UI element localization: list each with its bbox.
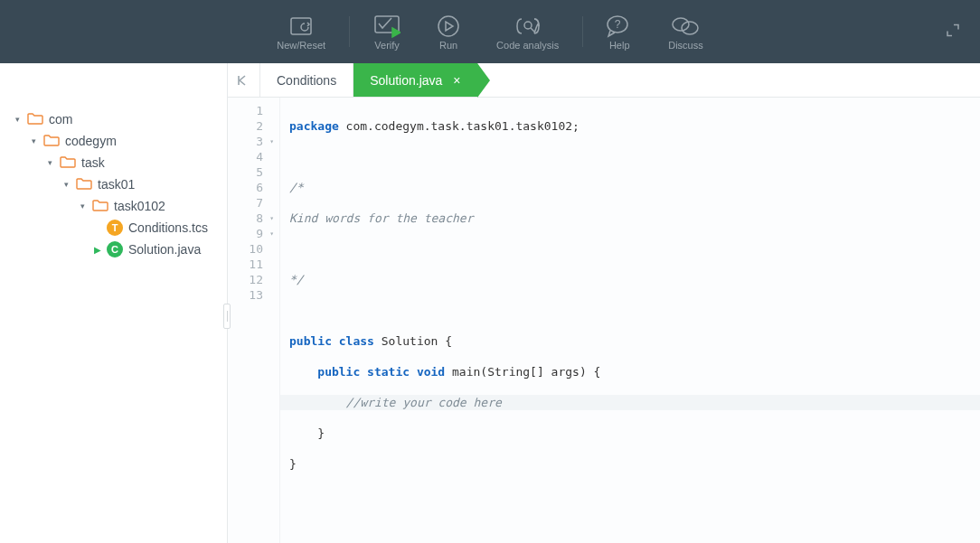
line-number: 12 <box>249 272 263 287</box>
folder-icon <box>27 112 43 127</box>
svg-text:?: ? <box>615 18 621 31</box>
caret-down-icon: ▾ <box>29 136 38 145</box>
svg-marker-4 <box>446 22 453 31</box>
class-badge-icon: C <box>107 241 123 257</box>
code-token: main(String[] args) { <box>445 365 600 379</box>
folder-icon <box>43 134 60 149</box>
toolbar-separator <box>349 16 350 47</box>
folder-icon <box>76 177 92 192</box>
tree-file-conditions[interactable]: T Conditions.tcs <box>5 217 221 239</box>
run-icon <box>437 13 460 40</box>
tree-label: task <box>81 155 105 170</box>
code-analysis-icon <box>514 13 542 40</box>
code-token: public class <box>289 334 374 348</box>
line-number: 4 <box>256 149 263 164</box>
line-number: 11 <box>249 257 263 272</box>
code-analysis-button[interactable]: Code analysis <box>478 0 577 63</box>
toolbar-separator <box>582 16 583 47</box>
tree-folder-codegym[interactable]: ▾ codegym <box>5 130 221 152</box>
discuss-icon <box>672 13 699 40</box>
close-icon[interactable]: × <box>453 74 460 87</box>
editor-area: Conditions Solution.java × 1 2 3▾ 4 5 6 … <box>228 63 980 543</box>
help-label: Help <box>609 40 630 51</box>
caret-down-icon: ▾ <box>13 115 22 124</box>
svg-point-3 <box>438 16 458 36</box>
tree-folder-task0102[interactable]: ▾ task0102 <box>5 195 221 217</box>
tab-conditions[interactable]: Conditions <box>260 63 353 97</box>
line-number: 8 <box>256 211 263 226</box>
code-token: Solution { <box>374 334 452 348</box>
code-token: com.codegym.task.task01.task0102; <box>339 119 580 133</box>
line-number: 2 <box>256 118 263 134</box>
task-badge-icon: T <box>107 220 123 236</box>
new-reset-label: New/Reset <box>277 40 325 51</box>
code-token: //write your code here <box>289 396 502 409</box>
help-icon: ? <box>607 13 632 40</box>
code-token: */ <box>289 273 304 286</box>
tree-label: task01 <box>98 177 135 192</box>
tab-label: Conditions <box>277 73 336 88</box>
line-number: 5 <box>256 164 263 180</box>
fold-icon[interactable]: ▾ <box>267 226 274 241</box>
svg-point-9 <box>682 22 698 34</box>
discuss-label: Discuss <box>668 40 703 51</box>
line-number: 10 <box>249 241 263 257</box>
verify-button[interactable]: Verify <box>355 0 419 63</box>
tree-label: Solution.java <box>128 242 201 257</box>
sidebar-resize-handle[interactable] <box>223 304 231 329</box>
line-number: 3 <box>256 134 263 149</box>
expand-icon[interactable] <box>946 23 960 41</box>
code-token: public static void <box>317 365 445 379</box>
tree-folder-task01[interactable]: ▾ task01 <box>5 173 221 195</box>
fold-icon[interactable]: ▾ <box>267 211 274 226</box>
toolbar-items: New/Reset Verify Run Code analysis ? <box>259 0 721 63</box>
code-token: package <box>289 119 339 133</box>
run-label: Run <box>439 40 457 51</box>
top-toolbar: New/Reset Verify Run Code analysis ? <box>0 0 980 63</box>
folder-icon <box>60 155 76 171</box>
verify-icon <box>373 13 400 40</box>
verify-label: Verify <box>374 40 400 51</box>
collapse-sidebar-button[interactable] <box>228 63 260 97</box>
help-button[interactable]: ? Help <box>589 0 650 63</box>
fold-icon[interactable]: ▾ <box>267 134 274 149</box>
line-number: 9 <box>256 226 263 241</box>
tree-folder-com[interactable]: ▾ com <box>5 108 221 130</box>
new-reset-icon <box>288 13 314 40</box>
run-button[interactable]: Run <box>419 0 478 63</box>
tree-folder-task[interactable]: ▾ task <box>5 152 221 173</box>
code-analysis-label: Code analysis <box>496 40 559 51</box>
play-icon: ▶ <box>94 245 101 255</box>
line-number: 1 <box>256 103 263 118</box>
main-area: ▾ com ▾ codegym ▾ task ▾ task01 ▾ <box>0 63 980 543</box>
code-token: /* <box>289 181 304 194</box>
file-explorer: ▾ com ▾ codegym ▾ task ▾ task01 ▾ <box>0 63 228 543</box>
line-number: 7 <box>256 195 263 211</box>
file-tree: ▾ com ▾ codegym ▾ task ▾ task01 ▾ <box>0 99 227 269</box>
code-editor[interactable]: 1 2 3▾ 4 5 6 7 8▾ 9▾ 10 11 12 13 package… <box>228 98 980 543</box>
tab-bar: Conditions Solution.java × <box>228 63 980 98</box>
caret-down-icon: ▾ <box>45 158 54 167</box>
tree-label: task0102 <box>114 199 165 213</box>
tab-solution[interactable]: Solution.java × <box>353 63 477 97</box>
svg-point-8 <box>673 18 689 31</box>
discuss-button[interactable]: Discuss <box>650 0 721 63</box>
tree-label: com <box>49 112 72 126</box>
folder-icon <box>92 199 108 214</box>
code-token: } <box>289 457 297 471</box>
line-gutter: 1 2 3▾ 4 5 6 7 8▾ 9▾ 10 11 12 13 <box>228 98 280 543</box>
code-token: Kind words for the teacher <box>289 211 474 225</box>
caret-down-icon: ▾ <box>61 180 71 189</box>
code-token <box>289 365 317 379</box>
tree-label: Conditions.tcs <box>128 220 208 235</box>
line-number: 6 <box>256 180 263 195</box>
caret-down-icon: ▾ <box>78 201 87 211</box>
line-number: 13 <box>249 287 263 303</box>
code-token: } <box>289 426 325 440</box>
new-reset-button[interactable]: New/Reset <box>259 0 344 63</box>
tree-label: codegym <box>65 134 117 148</box>
svg-point-5 <box>524 22 532 29</box>
tree-file-solution[interactable]: ▶ C Solution.java <box>5 239 221 260</box>
code-content[interactable]: package com.codegym.task.task01.task0102… <box>280 98 980 543</box>
tab-label: Solution.java <box>370 73 442 88</box>
